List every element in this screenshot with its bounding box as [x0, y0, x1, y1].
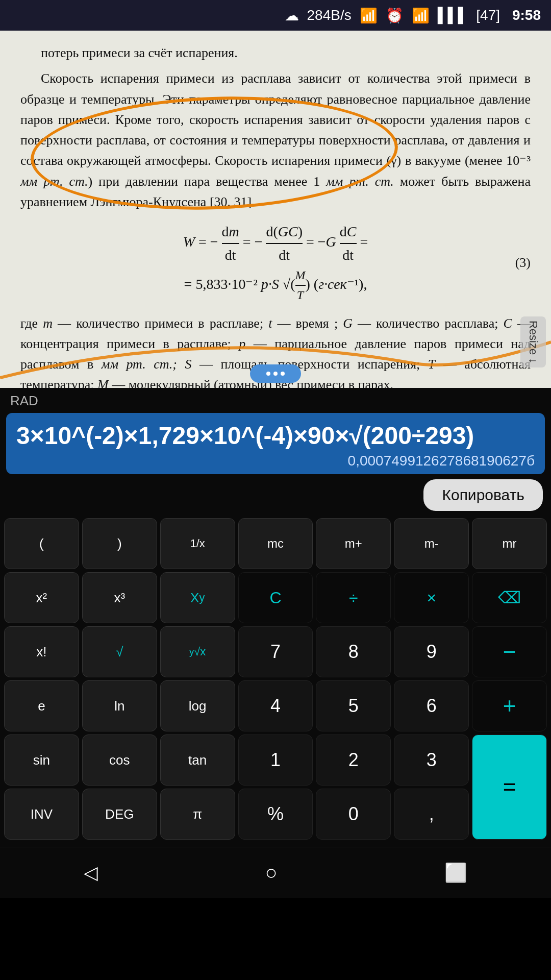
btn-7[interactable]: 7: [238, 626, 313, 677]
btn-inv[interactable]: INV: [4, 789, 79, 840]
btn-x-cubed[interactable]: x³: [82, 572, 157, 623]
btn-equals-top[interactable]: =: [472, 734, 547, 840]
btn-nth-root[interactable]: y√x: [160, 626, 235, 677]
document-text: потерь примеси за счёт испарения. Скорос…: [20, 43, 531, 388]
calc-row-5: sin cos tan 1 2 3 =: [4, 734, 547, 786]
btn-mminus[interactable]: m-: [394, 518, 469, 569]
calc-display: 3×10^(-2)×1,729×10^(-4)×90×√(200÷293) 0,…: [6, 413, 545, 474]
copy-button[interactable]: Копировать: [423, 479, 543, 511]
calc-result: 0,000749912627868190627б: [16, 453, 535, 469]
btn-clear[interactable]: C: [238, 572, 313, 623]
rad-label: RAD: [0, 388, 551, 409]
dot-3: [281, 372, 285, 376]
btn-percent[interactable]: %: [238, 789, 313, 840]
btn-tan[interactable]: tan: [160, 734, 235, 786]
btn-pi[interactable]: π: [160, 789, 235, 840]
calc-row-3: x! √ y√x 7 8 9 −: [4, 626, 547, 677]
nav-home-button[interactable]: ○: [265, 861, 277, 884]
battery-indicator: [47]: [476, 7, 500, 23]
nav-recent-button[interactable]: ⬜: [444, 862, 467, 884]
btn-open-paren[interactable]: (: [4, 518, 79, 569]
btn-minus[interactable]: −: [472, 626, 547, 677]
btn-ln[interactable]: ln: [82, 680, 157, 731]
drag-handle[interactable]: [250, 364, 301, 383]
document-area: потерь примеси за счёт испарения. Скорос…: [0, 31, 551, 388]
copy-button-container: Копировать: [0, 474, 551, 516]
calc-row-6: INV DEG π % 0 , =: [4, 789, 547, 840]
btn-x-power-y[interactable]: Xy: [160, 572, 235, 623]
btn-6[interactable]: 6: [394, 680, 469, 731]
btn-factorial[interactable]: x!: [4, 626, 79, 677]
calc-row-2: x² x³ Xy C ÷ × ⌫: [4, 572, 547, 623]
calculator: RAD 3×10^(-2)×1,729×10^(-4)×90×√(200÷293…: [0, 388, 551, 847]
btn-deg[interactable]: DEG: [82, 789, 157, 840]
btn-divide[interactable]: ÷: [316, 572, 391, 623]
nav-back-button[interactable]: ◁: [84, 862, 98, 884]
btn-2[interactable]: 2: [316, 734, 391, 786]
btn-cos[interactable]: cos: [82, 734, 157, 786]
btn-5[interactable]: 5: [316, 680, 391, 731]
alarm-icon: ⏰: [386, 7, 404, 24]
calc-row-1: ( ) 1/x mc m+ m- mr: [4, 518, 547, 569]
btn-mc[interactable]: mc: [238, 518, 313, 569]
btn-reciprocal[interactable]: 1/x: [160, 518, 235, 569]
status-bar: ☁ 284B/s 📶 ⏰ 📶 ▌▌▌ [47] 9:58: [0, 0, 551, 31]
btn-0[interactable]: 0: [316, 789, 391, 840]
doc-para-1: потерь примеси за счёт испарения.: [20, 43, 531, 63]
signal-icon: ▌▌▌: [438, 7, 468, 23]
sim-icon: 📶: [360, 7, 378, 24]
time-display: 9:58: [512, 7, 541, 23]
btn-log[interactable]: log: [160, 680, 235, 731]
calc-row-4: e ln log 4 5 6 +: [4, 680, 547, 731]
doc-para-2: Скорость испарения примеси из расплава з…: [20, 68, 531, 212]
btn-comma[interactable]: ,: [394, 789, 469, 840]
btn-plus[interactable]: +: [472, 680, 547, 731]
btn-4[interactable]: 4: [238, 680, 313, 731]
resize-button[interactable]: Resize ↓: [520, 316, 546, 368]
btn-mplus[interactable]: m+: [316, 518, 391, 569]
btn-close-paren[interactable]: ): [82, 518, 157, 569]
nav-bar: ◁ ○ ⬜: [0, 847, 551, 898]
calc-buttons-grid: ( ) 1/x mc m+ m- mr x² x³ Xy C ÷ × ⌫ x! …: [0, 516, 551, 847]
wifi-icon: 📶: [412, 7, 430, 24]
btn-9[interactable]: 9: [394, 626, 469, 677]
btn-backspace[interactable]: ⌫: [472, 572, 547, 623]
btn-8[interactable]: 8: [316, 626, 391, 677]
btn-sin[interactable]: sin: [4, 734, 79, 786]
dot-2: [273, 372, 278, 376]
btn-1[interactable]: 1: [238, 734, 313, 786]
speed-indicator: 284B/s: [307, 7, 352, 23]
btn-3[interactable]: 3: [394, 734, 469, 786]
dot-1: [266, 372, 270, 376]
formula-3-number: (3): [515, 253, 531, 273]
btn-sqrt[interactable]: √: [82, 626, 157, 677]
btn-euler[interactable]: e: [4, 680, 79, 731]
btn-multiply[interactable]: ×: [394, 572, 469, 623]
cloud-icon: ☁: [285, 7, 299, 24]
btn-x-squared[interactable]: x²: [4, 572, 79, 623]
calc-expression: 3×10^(-2)×1,729×10^(-4)×90×√(200÷293): [16, 421, 535, 451]
formula-3: W = − dmdt = − d(GC)dt = −G dCdt = = 5,8…: [20, 220, 531, 305]
btn-mr[interactable]: mr: [472, 518, 547, 569]
